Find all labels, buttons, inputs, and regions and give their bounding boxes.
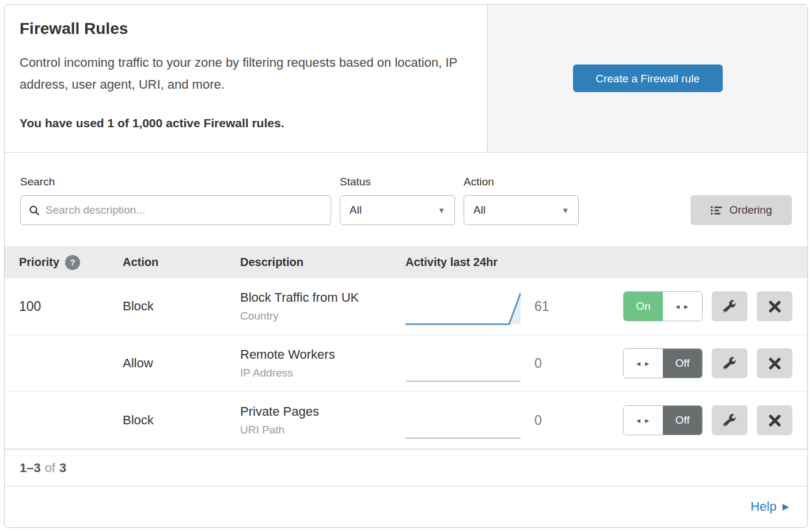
delete-rule-button[interactable] (757, 405, 792, 435)
activity-sparkline (405, 401, 526, 439)
header-section: Firewall Rules Control incoming traffic … (5, 5, 807, 153)
column-header-description: Description (240, 256, 405, 269)
activity-count: 0 (526, 413, 578, 428)
chevron-down-icon: ▼ (438, 206, 445, 215)
table-row: Block Private Pages URI Path 0 ◂ ▸ Off (5, 392, 807, 449)
delete-rule-button[interactable] (757, 291, 792, 321)
rule-description-cell: Private Pages URI Path (240, 404, 405, 436)
action-label: Action (464, 176, 579, 188)
table-header-row: Priority ? Action Description Activity l… (5, 246, 807, 278)
action-select[interactable]: All ▼ (464, 195, 579, 225)
usage-summary: You have used 1 of 1,000 active Firewall… (20, 116, 464, 130)
toggle-drag-icon: ◂ ▸ (663, 292, 702, 321)
help-bar: Help ▶ (5, 486, 807, 527)
rule-action: Block (123, 413, 240, 428)
toggle-on-label: On (624, 292, 663, 321)
filter-bar: Search Status All ▼ Action All ▼ (5, 153, 807, 246)
rule-description: Block Traffic from UK (240, 290, 405, 305)
close-icon (769, 415, 781, 427)
action-filter-group: Action All ▼ (464, 176, 579, 225)
edit-rule-button[interactable] (712, 405, 748, 435)
help-link[interactable]: Help ▶ (750, 499, 789, 514)
rule-controls: ◂ ▸ Off (578, 348, 792, 378)
column-header-activity: Activity last 24hr (405, 256, 578, 269)
toggle-drag-icon: ◂ ▸ (624, 349, 663, 378)
table-row: Allow Remote Workers IP Address 0 ◂ ▸ Of… (5, 335, 807, 392)
rule-description: Remote Workers (240, 347, 405, 362)
search-group: Search (20, 176, 331, 225)
edit-rule-button[interactable] (712, 348, 748, 378)
close-icon (769, 301, 781, 313)
status-label: Status (340, 176, 455, 188)
ordering-button-label: Ordering (730, 204, 772, 216)
toggle-drag-icon: ◂ ▸ (624, 406, 663, 435)
firewall-rules-card: Firewall Rules Control incoming traffic … (4, 4, 808, 528)
search-box (20, 195, 331, 225)
wrench-icon (723, 357, 737, 370)
rule-match-type: IP Address (240, 367, 405, 379)
pagination-of-label: of (45, 461, 55, 476)
rule-controls: ◂ ▸ Off (578, 405, 792, 435)
activity-sparkline (405, 344, 526, 382)
pagination-range: 1–3 (20, 461, 41, 476)
pagination-bar: 1–3 of 3 (5, 449, 807, 486)
create-rule-panel: Create a Firewall rule (487, 5, 807, 152)
toggle-off-label: Off (663, 349, 702, 378)
page-title: Firewall Rules (20, 20, 464, 38)
rule-enabled-toggle[interactable]: ◂ ▸ Off (623, 405, 703, 435)
rule-description: Private Pages (240, 404, 405, 419)
rule-priority: 100 (19, 299, 123, 314)
action-selected-value: All (473, 204, 485, 216)
wrench-icon (723, 300, 737, 313)
search-input[interactable] (45, 204, 322, 216)
close-icon (769, 358, 781, 370)
rule-match-type: URI Path (240, 424, 405, 436)
wrench-icon (723, 414, 737, 427)
delete-rule-button[interactable] (757, 348, 792, 378)
search-label: Search (20, 176, 331, 188)
help-question-icon[interactable]: ? (65, 255, 80, 270)
search-icon (29, 205, 40, 216)
chevron-down-icon: ▼ (561, 206, 569, 215)
column-header-action: Action (123, 256, 240, 269)
activity-count: 0 (526, 356, 578, 371)
column-header-priority: Priority ? (19, 255, 123, 270)
status-filter-group: Status All ▼ (340, 176, 455, 225)
pagination-total: 3 (59, 461, 66, 476)
status-select[interactable]: All ▼ (340, 195, 455, 225)
rule-controls: On ◂ ▸ (578, 291, 792, 321)
rule-match-type: Country (240, 310, 405, 322)
rule-action: Allow (123, 356, 240, 371)
ordering-button[interactable]: Ordering (690, 195, 792, 225)
arrow-right-icon: ▶ (782, 501, 789, 512)
page-description: Control incoming traffic to your zone by… (20, 52, 463, 96)
create-firewall-rule-button[interactable]: Create a Firewall rule (573, 64, 723, 92)
activity-count: 61 (526, 299, 578, 314)
rule-action: Block (123, 299, 240, 314)
status-selected-value: All (350, 204, 362, 216)
list-icon (711, 206, 723, 215)
rule-description-cell: Block Traffic from UK Country (240, 290, 405, 322)
activity-sparkline (405, 287, 526, 325)
rule-enabled-toggle[interactable]: On ◂ ▸ (623, 291, 703, 321)
rule-description-cell: Remote Workers IP Address (240, 347, 405, 379)
help-link-label: Help (750, 499, 776, 514)
header-text-block: Firewall Rules Control incoming traffic … (5, 5, 487, 152)
toggle-off-label: Off (663, 406, 702, 435)
table-row: 100 Block Block Traffic from UK Country … (5, 278, 807, 335)
rule-enabled-toggle[interactable]: ◂ ▸ Off (623, 348, 703, 378)
edit-rule-button[interactable] (712, 291, 748, 321)
